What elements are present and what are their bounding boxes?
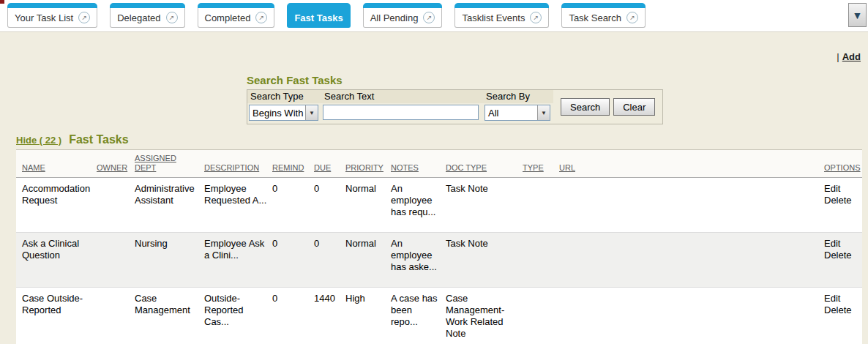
- table-row: Accommodation Request Administrative Ass…: [16, 178, 862, 233]
- tabs: Your Task List ↗ Delegated ↗ Completed ↗: [7, 3, 646, 28]
- tearoff-icon[interactable]: ↗: [530, 12, 542, 23]
- cell-remind: 0: [272, 233, 314, 288]
- column-header-url[interactable]: URL: [559, 150, 824, 178]
- column-header-notes[interactable]: NOTES: [391, 150, 446, 178]
- cell-description: Outside-Reported Cas...: [204, 288, 272, 344]
- column-header-remind[interactable]: REMIND: [272, 150, 314, 178]
- cell-doc-type: Case Management-Work Related Note: [446, 288, 523, 344]
- cell-type: [523, 288, 559, 344]
- tasklist-page: Your Task List ↗ Delegated ↗ Completed ↗: [0, 0, 868, 344]
- search-by-label: Search By: [483, 90, 553, 103]
- search-panel: Search Fast Tasks Search Type Begins Wit…: [247, 74, 663, 124]
- edit-link[interactable]: Edit: [824, 293, 858, 304]
- tab-accent-strip: [363, 3, 443, 8]
- tearoff-icon[interactable]: ↗: [255, 12, 267, 23]
- cell-options: Edit Delete: [824, 178, 862, 233]
- delete-link[interactable]: Delete: [824, 195, 858, 206]
- tab-accent-strip: [7, 3, 97, 8]
- hide-link[interactable]: Hide ( 22 ): [16, 135, 61, 146]
- cell-doc-type: Task Note: [446, 233, 523, 288]
- tab-label: Completed: [205, 12, 251, 23]
- search-type-label: Search Type: [247, 90, 321, 103]
- search-button[interactable]: Search: [561, 98, 610, 116]
- cell-name: Case Outside-Reported: [16, 288, 97, 344]
- cell-type: [523, 233, 559, 288]
- cell-notes: A case has been repo...: [391, 288, 446, 344]
- tab-completed[interactable]: Completed ↗: [198, 3, 275, 28]
- cell-owner: [97, 233, 135, 288]
- tab-label: Task Search: [569, 12, 621, 23]
- cell-options: Edit Delete: [824, 233, 862, 288]
- tab-accent-strip: [561, 3, 646, 8]
- edit-link[interactable]: Edit: [824, 238, 858, 250]
- edit-link[interactable]: Edit: [824, 183, 858, 195]
- cell-assigned-dept: Administrative Assistant: [135, 178, 204, 233]
- search-type-value: Begins With: [252, 108, 303, 119]
- page-title: Fast Tasks: [69, 133, 129, 146]
- cell-owner: [97, 178, 135, 233]
- column-header-doc-type[interactable]: DOC TYPE: [446, 150, 523, 178]
- search-text-input[interactable]: [323, 105, 479, 120]
- clear-button[interactable]: Clear: [613, 98, 655, 116]
- cell-remind: 0: [272, 288, 314, 344]
- tab-delegated[interactable]: Delegated ↗: [110, 3, 184, 28]
- tearoff-icon[interactable]: ↗: [626, 12, 638, 23]
- cell-doc-type: Task Note: [446, 178, 523, 233]
- tab-label: Delegated: [117, 12, 160, 23]
- search-by-select[interactable]: All ▼: [484, 105, 550, 121]
- column-header-due[interactable]: DUE: [314, 150, 345, 178]
- column-header-priority[interactable]: PRIORITY: [345, 150, 391, 178]
- tab-task-search[interactable]: Task Search ↗: [561, 3, 646, 28]
- cell-url: [559, 178, 824, 233]
- cell-name: Accommodation Request: [16, 178, 97, 233]
- chevron-down-icon: ▼: [853, 10, 863, 21]
- cell-name: Ask a Clinical Question: [16, 233, 97, 288]
- tab-fast-tasks[interactable]: Fast Tasks: [287, 3, 350, 28]
- tab-bar: Your Task List ↗ Delegated ↗ Completed ↗: [0, 0, 868, 32]
- column-header-description[interactable]: DESCRIPTION: [204, 150, 272, 178]
- cell-notes: An employee has aske...: [391, 233, 446, 288]
- chevron-down-icon: ▼: [537, 105, 550, 120]
- cell-notes: An employee has requ...: [391, 178, 446, 233]
- chevron-down-icon: ▼: [305, 105, 318, 120]
- cell-due: 0: [314, 233, 345, 288]
- search-text-label: Search Text: [321, 90, 483, 103]
- cell-remind: 0: [272, 178, 314, 233]
- cell-url: [559, 233, 824, 288]
- add-link[interactable]: Add: [842, 51, 861, 62]
- column-header-type[interactable]: TYPE: [523, 150, 559, 178]
- separator: |: [837, 51, 839, 62]
- delete-link[interactable]: Delete: [824, 250, 858, 261]
- cell-type: [523, 178, 559, 233]
- delete-link[interactable]: Delete: [824, 304, 858, 316]
- cell-description: Employee Requested A...: [204, 178, 272, 233]
- cell-due: 1440: [314, 288, 345, 344]
- cell-priority: Normal: [345, 233, 391, 288]
- search-type-select[interactable]: Begins With ▼: [249, 105, 318, 121]
- table-row: Case Outside-Reported Case Management Ou…: [16, 288, 862, 344]
- tab-label: Fast Tasks: [294, 12, 343, 23]
- column-header-name[interactable]: NAME: [16, 150, 97, 178]
- cell-assigned-dept: Nursing: [135, 233, 204, 288]
- search-form: Search Type Begins With ▼ Search Text: [247, 89, 663, 124]
- tearoff-icon[interactable]: ↗: [166, 12, 178, 23]
- fast-tasks-table: NAME OWNER ASSIGNED DEPT DESCRIPTION REM…: [16, 149, 862, 344]
- tearoff-icon[interactable]: ↗: [423, 12, 435, 23]
- tab-tasklist-events[interactable]: Tasklist Events ↗: [454, 3, 549, 28]
- cell-priority: High: [345, 288, 391, 344]
- toolbar-links: |Add: [837, 51, 861, 62]
- tab-label: All Pending: [370, 12, 419, 23]
- tab-your-task-list[interactable]: Your Task List ↗: [7, 3, 97, 28]
- column-header-options[interactable]: OPTIONS: [824, 150, 862, 178]
- tearoff-icon[interactable]: ↗: [78, 12, 90, 23]
- tab-label: Your Task List: [15, 12, 73, 23]
- cell-owner: [97, 288, 135, 344]
- tab-all-pending[interactable]: All Pending ↗: [363, 3, 443, 28]
- column-header-assigned-dept[interactable]: ASSIGNED DEPT: [135, 150, 204, 178]
- cell-description: Employee Ask a Clini...: [204, 233, 272, 288]
- cell-assigned-dept: Case Management: [135, 288, 204, 344]
- corner-accent: [0, 0, 4, 4]
- tab-overflow-button[interactable]: ▼: [848, 3, 867, 27]
- list-heading: Hide ( 22 ) Fast Tasks: [16, 133, 129, 146]
- column-header-owner[interactable]: OWNER: [97, 150, 135, 178]
